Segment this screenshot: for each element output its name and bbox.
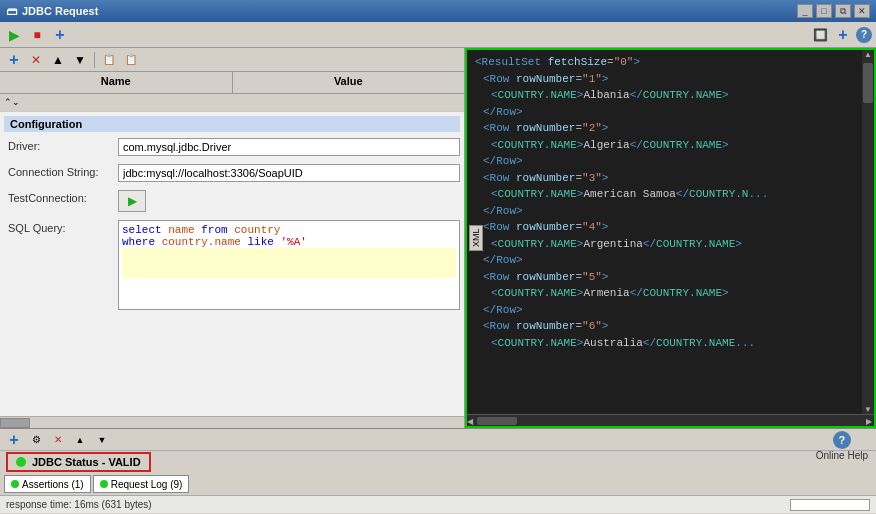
xml-row-17: <COUNTRY.NAME>Australia</COUNTRY.NAME... [475,335,854,352]
test-connection-button[interactable]: ▶ [118,190,146,212]
sql-line1: select name from country [122,224,456,236]
driver-label: Driver: [8,138,118,152]
xml-row-10: <Row rowNumber="4"> [475,219,854,236]
response-time: response time: 16ms (631 bytes) [6,499,152,510]
driver-row: Driver: [4,138,460,156]
xml-tab-label: XML [471,228,481,247]
stop-button[interactable]: ■ [27,25,47,45]
sql-query-row: SQL Query: select name from country wher… [4,220,460,310]
xml-row-4: <Row rowNumber="2"> [475,120,854,137]
response-bar-input[interactable] [790,499,870,511]
title-bar: 🗃 JDBC Request _ □ ⧉ ✕ [0,0,876,22]
connection-row: Connection String: [4,164,460,182]
help-button[interactable]: ? [856,27,872,43]
left-toolbar: + ✕ ▲ ▼ 📋 📋 [0,48,464,72]
online-help-label: Online Help [816,450,868,461]
bottom-add-button[interactable]: + [4,430,24,450]
test-connection-row: TestConnection: ▶ [4,190,460,212]
restore-button[interactable]: ⧉ [835,4,851,18]
test-connection-label: TestConnection: [8,190,118,204]
xml-row-3: </Row> [475,104,854,121]
xml-content-area[interactable]: <ResultSet fetchSize="0"> <Row rowNumber… [467,50,862,414]
assertions-tab[interactable]: Assertions (1) [4,475,91,493]
xml-tab[interactable]: XML [469,225,483,251]
add-button[interactable]: + [50,25,70,45]
xml-row-1: <Row rowNumber="1"> [475,71,854,88]
bottom-toolbar: + ⚙ ✕ ▲ ▼ [0,429,876,451]
bottom-down-button[interactable]: ▼ [92,430,112,450]
xml-row-5: <COUNTRY.NAME>Algeria</COUNTRY.NAME> [475,137,854,154]
tabs-row: Assertions (1) Request Log (9) [0,473,876,495]
config-section: Configuration Driver: Connection String:… [0,112,464,416]
assertions-indicator [11,480,19,488]
xml-horizontal-scrollbar[interactable]: ◀ ▶ [467,414,874,426]
xml-row-2: <COUNTRY.NAME>Albania</COUNTRY.NAME> [475,87,854,104]
xml-scroll-thumb[interactable] [863,63,873,103]
connection-label: Connection String: [8,164,118,178]
value-column-header: Value [233,72,465,93]
maximize-button[interactable]: □ [816,4,832,18]
close-button[interactable]: ✕ [854,4,870,18]
connection-input[interactable] [118,164,460,182]
xml-row-12: </Row> [475,252,854,269]
bottom-settings-button[interactable]: ⚙ [26,430,46,450]
xml-scroll-down[interactable]: ▼ [864,405,872,414]
table-header: Name Value [0,72,464,94]
window-icon: 🗃 [6,5,17,17]
xml-row-6: </Row> [475,153,854,170]
xml-row-14: <COUNTRY.NAME>Armenia</COUNTRY.NAME> [475,285,854,302]
xml-content-wrapper: <ResultSet fetchSize="0"> <Row rowNumber… [467,50,874,414]
bottom-up-button[interactable]: ▲ [70,430,90,450]
left-panel: + ✕ ▲ ▼ 📋 📋 Name Value ⌃⌄ Configuration … [0,48,465,428]
left-scrollbar[interactable] [0,416,464,428]
name-column-header: Name [0,72,233,93]
xml-row-7: <Row rowNumber="3"> [475,170,854,187]
status-indicator [16,457,26,467]
minimize-button[interactable]: _ [797,4,813,18]
request-log-label: Request Log (9) [111,479,183,490]
left-scroll-thumb[interactable] [0,418,30,428]
sql-editor[interactable]: select name from country where country.n… [118,220,460,310]
xml-row-8: <COUNTRY.NAME>American Samoa</COUNTRY.N.… [475,186,854,203]
xml-row-0: <ResultSet fetchSize="0"> [475,54,854,71]
status-area: JDBC Status - VALID [0,451,876,473]
status-border-box: JDBC Status - VALID [6,452,151,472]
left-add-button[interactable]: + [4,50,24,70]
xml-row-16: <Row rowNumber="6"> [475,318,854,335]
xml-row-13: <Row rowNumber="5"> [475,269,854,286]
paste-button[interactable]: 📋 [121,50,141,70]
right-tool-1[interactable]: 🔲 [810,25,830,45]
xml-horiz-scroll-left[interactable]: ◀ [467,417,475,425]
xml-horiz-scroll-right[interactable]: ▶ [866,417,874,425]
copy-button[interactable]: 📋 [99,50,119,70]
bottom-section: ? Online Help + ⚙ ✕ ▲ ▼ JDBC Status - VA… [0,428,876,514]
online-help-button[interactable]: ? [833,431,851,449]
online-help-area: ? Online Help [816,431,868,461]
sort-row: ⌃⌄ [0,94,464,112]
window-title: JDBC Request [22,5,98,17]
status-text: JDBC Status - VALID [32,456,141,468]
xml-row-9: </Row> [475,203,854,220]
xml-scroll-up[interactable]: ▲ [864,50,872,59]
bottom-delete-button[interactable]: ✕ [48,430,68,450]
main-toolbar: ▶ ■ + 🔲 + ? [0,22,876,48]
xml-panel: <ResultSet fetchSize="0"> <Row rowNumber… [465,48,876,428]
driver-input[interactable] [118,138,460,156]
response-bar: response time: 16ms (631 bytes) [0,495,876,513]
sort-arrows-name[interactable]: ⌃⌄ [0,94,232,111]
left-down-button[interactable]: ▼ [70,50,90,70]
request-log-indicator [100,480,108,488]
right-add-button[interactable]: + [833,25,853,45]
xml-row-11: <COUNTRY.NAME>Argentina</COUNTRY.NAME> [475,236,854,253]
content-area: + ✕ ▲ ▼ 📋 📋 Name Value ⌃⌄ Configuration … [0,48,876,428]
play-button[interactable]: ▶ [4,25,24,45]
xml-vertical-scrollbar[interactable]: ▲ ▼ [862,50,874,414]
sql-query-label: SQL Query: [8,220,118,234]
xml-horiz-scroll-thumb[interactable] [477,417,517,425]
left-up-button[interactable]: ▲ [48,50,68,70]
config-title: Configuration [4,116,460,132]
sql-line2: where country.name like '%A' [122,236,456,248]
request-log-tab[interactable]: Request Log (9) [93,475,190,493]
assertions-label: Assertions (1) [22,479,84,490]
left-delete-button[interactable]: ✕ [26,50,46,70]
